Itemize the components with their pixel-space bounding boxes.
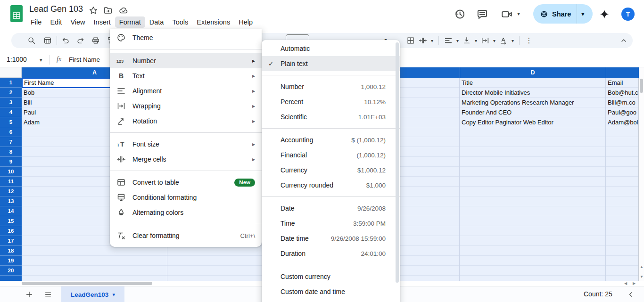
row-header-3[interactable]: 3 — [0, 98, 22, 107]
column-header-D[interactable]: D — [460, 67, 606, 78]
row-header-6[interactable]: 6 — [0, 127, 22, 137]
menubar-item-edit[interactable]: Edit — [46, 16, 66, 28]
share-dropdown-icon[interactable]: ▾ — [581, 11, 584, 17]
menubar-item-tools[interactable]: Tools — [168, 16, 192, 28]
vertical-scrollbar[interactable]: ▲ ▼ — [639, 67, 644, 281]
print-icon[interactable] — [90, 34, 102, 47]
cell-E4[interactable]: Paul@goo — [608, 107, 639, 117]
row-headers[interactable]: 1234567891011121314151617181920 — [0, 78, 22, 281]
more-options-icon[interactable]: ⋮ — [523, 34, 535, 47]
rotation-dropdown-icon[interactable]: ▾ — [510, 38, 516, 43]
number-menu-item-accounting[interactable]: Accounting$ (1,000.12) — [262, 132, 400, 147]
menubar-item-help[interactable]: Help — [234, 16, 257, 28]
sheet-tab-dropdown-icon[interactable]: ▾ — [112, 292, 115, 298]
row-header-19[interactable]: 19 — [0, 256, 22, 266]
document-title[interactable]: Lead Gen 103 — [29, 4, 83, 14]
horizontal-align-icon[interactable] — [442, 34, 454, 47]
text-wrap-icon[interactable] — [479, 34, 491, 47]
format-menu-item-wrapping[interactable]: Wrapping▸ — [110, 98, 262, 114]
number-menu-item-scientific[interactable]: Scientific1.01E+03 — [262, 109, 400, 124]
number-menu-item-number[interactable]: Number1,000.12 — [262, 79, 400, 94]
number-menu-item-financial[interactable]: Financial(1,000.12) — [262, 147, 400, 163]
meet-video-icon[interactable] — [501, 8, 513, 20]
name-box-dropdown-icon[interactable]: ▾ — [40, 57, 42, 63]
select-all-corner[interactable] — [0, 67, 22, 78]
row-header-16[interactable]: 16 — [0, 226, 22, 236]
hide-toolbar-icon[interactable] — [618, 34, 630, 47]
menubar-item-insert[interactable]: Insert — [90, 16, 115, 28]
text-rotation-icon[interactable] — [497, 34, 510, 47]
gemini-sparkle-icon[interactable] — [599, 9, 610, 19]
format-menu-item-number[interactable]: 123Number▸ — [110, 53, 262, 68]
sheet-view-icon[interactable] — [41, 34, 54, 47]
number-menu-item-date-time[interactable]: Date time9/26/2008 15:59:00 — [262, 231, 400, 246]
menubar-item-file[interactable]: File — [26, 16, 46, 28]
format-menu-item-convert-to-table[interactable]: Convert to tableNew — [110, 175, 262, 190]
share-button[interactable]: Share ▾ — [533, 4, 593, 24]
cell-D3[interactable]: Marketing Operations Research Manager — [462, 98, 605, 107]
row-header-20[interactable]: 20 — [0, 266, 22, 276]
row-header-7[interactable]: 7 — [0, 137, 22, 147]
redo-icon[interactable] — [74, 34, 87, 47]
account-avatar[interactable]: T — [621, 8, 635, 21]
format-menu-item-conditional-formatting[interactable]: Conditional formatting — [110, 190, 262, 205]
number-menu-item-percent[interactable]: Percent10.12% — [262, 94, 400, 109]
formula-input[interactable]: First Name — [69, 56, 100, 63]
comments-icon[interactable] — [476, 8, 488, 20]
submenu-scrollbar-thumb[interactable] — [396, 42, 399, 283]
cell-E5[interactable]: Adam@bol — [608, 117, 639, 127]
number-menu-item-custom-date-and-time[interactable]: Custom date and time — [262, 284, 400, 299]
valign-dropdown-icon[interactable]: ▾ — [473, 38, 479, 43]
number-menu-item-automatic[interactable]: Automatic — [262, 41, 400, 56]
menubar-item-data[interactable]: Data — [145, 16, 168, 28]
format-menu-item-clear-formatting[interactable]: Clear formattingCtrl+\ — [110, 228, 262, 243]
cell-E1[interactable]: Email — [608, 78, 639, 88]
merge-cells-icon[interactable] — [417, 34, 429, 47]
number-menu-item-custom-currency[interactable]: Custom currency — [262, 269, 400, 284]
align-dropdown-icon[interactable]: ▾ — [454, 38, 461, 43]
number-menu-item-plain-text[interactable]: ✓Plain text — [262, 56, 400, 71]
menubar-item-view[interactable]: View — [66, 16, 89, 28]
cell-D2[interactable]: Director Mobile Initiatives — [462, 88, 605, 98]
row-header-14[interactable]: 14 — [0, 206, 22, 216]
star-icon[interactable] — [89, 6, 98, 15]
format-menu-item-theme[interactable]: Theme — [110, 30, 262, 45]
row-header-9[interactable]: 9 — [0, 157, 22, 167]
sheet-tab-leadgen103[interactable]: LeadGen103 ▾ — [61, 286, 124, 302]
merge-dropdown-icon[interactable]: ▾ — [429, 38, 435, 43]
row-header-17[interactable]: 17 — [0, 236, 22, 246]
number-menu-item-currency-rounded[interactable]: Currency rounded$1,000 — [262, 178, 400, 193]
number-menu-item-duration[interactable]: Duration24:01:00 — [262, 246, 400, 261]
format-menu-item-text[interactable]: BText▸ — [110, 68, 262, 83]
row-header-1[interactable]: 1 — [0, 78, 22, 88]
cloud-saved-icon[interactable] — [119, 6, 128, 15]
sheets-logo-icon[interactable] — [10, 5, 23, 22]
format-menu-item-alignment[interactable]: Alignment▸ — [110, 83, 262, 98]
version-history-icon[interactable] — [454, 8, 466, 20]
row-header-15[interactable]: 15 — [0, 216, 22, 226]
row-header-12[interactable]: 12 — [0, 187, 22, 196]
format-menu-item-merge-cells[interactable]: Merge cells▸ — [110, 152, 262, 167]
cell-D4[interactable]: Founder And CEO — [462, 107, 605, 117]
add-sheet-icon[interactable] — [24, 289, 35, 300]
row-header-10[interactable]: 10 — [0, 167, 22, 177]
horizontal-scrollbar-thumb[interactable] — [22, 282, 152, 285]
all-sheets-menu-icon[interactable] — [42, 289, 54, 300]
scroll-right-icon[interactable]: ▶ — [633, 282, 636, 286]
name-box[interactable]: 1:1000 — [7, 56, 27, 63]
row-header-5[interactable]: 5 — [0, 117, 22, 127]
meet-dropdown-icon[interactable]: ▾ — [516, 11, 521, 17]
borders-icon[interactable] — [405, 34, 417, 47]
wrap-dropdown-icon[interactable]: ▾ — [491, 38, 497, 43]
move-to-folder-icon[interactable] — [103, 6, 113, 15]
scroll-down-icon[interactable]: ▼ — [640, 275, 644, 279]
number-menu-item-currency[interactable]: Currency$1,000.12 — [262, 163, 400, 178]
search-icon[interactable] — [25, 34, 38, 47]
row-header-13[interactable]: 13 — [0, 196, 22, 206]
menubar-item-extensions[interactable]: Extensions — [192, 16, 234, 28]
cell-E3[interactable]: Bill@m.co — [608, 98, 639, 107]
vertical-align-icon[interactable] — [461, 34, 473, 47]
row-header-11[interactable]: 11 — [0, 177, 22, 187]
cell-D1[interactable]: Title — [462, 78, 605, 88]
format-menu-item-font-size[interactable]: TTFont size▸ — [110, 137, 262, 152]
